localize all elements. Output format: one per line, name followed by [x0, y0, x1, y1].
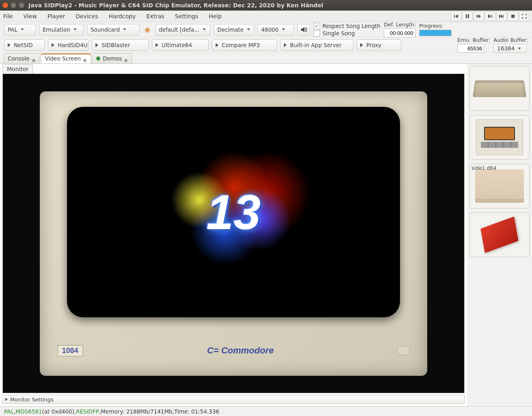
chevron-right-icon [5, 398, 8, 401]
audio-device-combo[interactable]: default [defa... [155, 24, 210, 35]
netsid-button[interactable]: NetSID [4, 39, 45, 51]
menu-player[interactable]: Player [48, 13, 65, 20]
main-panel: Monitor 13 1084 C= Commodore Monitor Se [0, 64, 467, 406]
crt-screen: 13 [67, 107, 400, 317]
stop-button[interactable] [508, 11, 518, 21]
def-length-input[interactable] [384, 28, 415, 37]
tab-console[interactable]: Console [3, 53, 40, 63]
workspace: Monitor 13 1084 C= Commodore Monitor Se [0, 63, 532, 406]
workspace-tabstrip: Console Video Screen Demos [0, 53, 532, 63]
window-title: Java SIDPlay2 - Music Player & C64 SID C… [28, 2, 323, 9]
next-track-button[interactable] [485, 11, 495, 21]
statusbar: PAL , MOS6581 (at 0xd400) , RESIDFP , Me… [0, 406, 532, 416]
def-length-label: Def. Length: [384, 22, 416, 28]
device-diskdrive[interactable]: side1.d64 [469, 164, 530, 208]
pause-button[interactable] [462, 11, 473, 21]
prev-track-button[interactable] [451, 11, 461, 21]
fast-forward-button[interactable] [474, 11, 484, 21]
fullscreen-button[interactable] [519, 11, 530, 21]
emulation-combo[interactable]: Emulation [39, 24, 84, 35]
hardsid-button[interactable]: HardSID4U [48, 39, 89, 51]
audio-buffer-combo[interactable]: 16384 [493, 44, 527, 53]
menu-help[interactable]: Help [209, 13, 222, 20]
device-keyboard[interactable] [469, 66, 530, 111]
monitor-pane: 13 1084 C= Commodore [2, 74, 465, 393]
svg-rect-0 [511, 15, 515, 18]
skip-end-button[interactable] [496, 11, 507, 21]
status-time: Time: 01:54.336 [174, 408, 219, 415]
crt-brand-logo: C= Commodore [207, 345, 274, 356]
monitor-settings-toggle[interactable]: Monitor Settings [2, 395, 465, 404]
video-standard-combo[interactable]: PAL [4, 24, 36, 35]
progress-label: Progress: [419, 23, 452, 29]
status-pal: PAL [4, 408, 14, 415]
compare-mp3-button[interactable]: Compare MP3 [212, 39, 277, 51]
device-datasette[interactable] [469, 115, 530, 160]
window-titlebar: Java SIDPlay2 - Music Player & C64 SID C… [0, 0, 532, 11]
menu-extras[interactable]: Extras [146, 13, 164, 20]
status-memory: Memory: 2188Mb/7141Mb [101, 408, 172, 415]
volume-button[interactable] [297, 24, 310, 35]
toolbar-primary: PAL Emulation Soundcard ◉ default [defa.… [0, 22, 532, 37]
window-minimize-button[interactable] [11, 2, 16, 8]
close-icon[interactable] [83, 57, 87, 60]
emu-buffer-label: Emu. Buffer: [457, 37, 490, 43]
emu-buffer-input[interactable] [457, 44, 484, 53]
tab-video-screen[interactable]: Video Screen [41, 53, 91, 63]
respect-song-length-checkbox[interactable]: ✓ [314, 23, 320, 29]
demos-icon [96, 56, 100, 61]
demo-graphic: 13 [206, 184, 260, 240]
status-chip: MOS6581 [15, 408, 42, 415]
crt-power-button[interactable] [398, 346, 410, 355]
sampling-combo[interactable]: Decimate [214, 24, 254, 35]
close-icon[interactable] [124, 57, 128, 60]
device-panel: side1.d64 [467, 64, 532, 406]
disk-label: side1.d64 [471, 165, 496, 171]
ultimate64-button[interactable]: Ultimate64 [152, 39, 209, 51]
menu-file[interactable]: File [3, 13, 13, 20]
tab-demos[interactable]: Demos [92, 53, 132, 63]
samplerate-combo[interactable]: 48000 [257, 24, 294, 35]
menubar: File View Player Devices Hardcopy Extras… [0, 11, 532, 22]
window-maximize-button[interactable] [19, 2, 24, 8]
single-song-checkbox[interactable] [314, 30, 320, 37]
toolbar-secondary: NetSID HardSID4U SIDBlaster Ultimate64 C… [0, 37, 532, 53]
menu-view[interactable]: View [23, 13, 37, 20]
panel-tab-monitor[interactable]: Monitor [2, 64, 33, 74]
crt-monitor: 13 1084 C= Commodore [40, 91, 427, 376]
respect-song-length-label: Respect Song Length [322, 23, 381, 29]
soundcard-combo[interactable]: Soundcard [87, 24, 140, 35]
status-emulation: RESIDFP [76, 408, 99, 415]
record-icon[interactable]: ◉ [143, 25, 152, 34]
audio-buffer-label: Audio Buffer: [493, 37, 528, 43]
sidblaster-button[interactable]: SIDBlaster [92, 39, 149, 51]
proxy-button[interactable]: Proxy [357, 39, 401, 51]
menu-settings[interactable]: Settings [175, 13, 198, 20]
status-chip-addr: (at 0xd400) [42, 408, 74, 415]
app-server-button[interactable]: Built-in App Server [280, 39, 353, 51]
window-close-button[interactable] [2, 2, 8, 8]
menu-hardcopy[interactable]: Hardcopy [108, 13, 136, 20]
progress-bar [419, 30, 452, 36]
device-cartridge[interactable] [469, 212, 530, 257]
menu-devices[interactable]: Devices [76, 13, 98, 20]
crt-model-badge: 1084 [57, 345, 83, 357]
single-song-label: Single Song [322, 30, 355, 37]
close-icon[interactable] [32, 57, 35, 60]
